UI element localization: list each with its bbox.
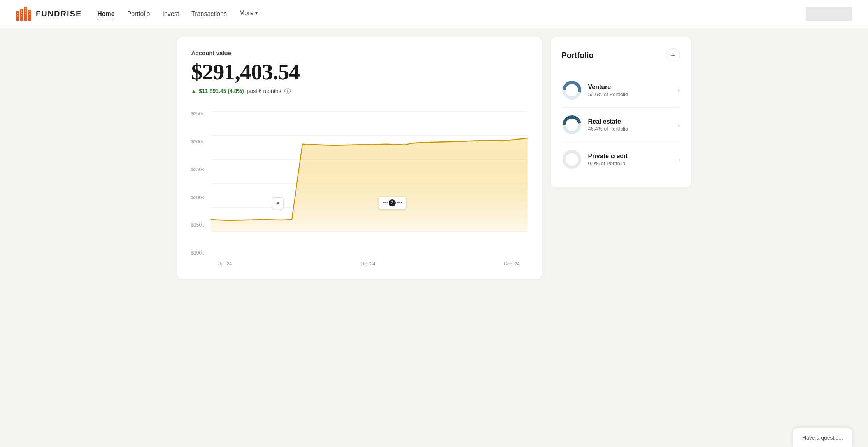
logo-icon [16,6,32,22]
svg-point-24 [564,152,580,167]
nav-right-placeholder [806,7,852,21]
venture-info: Venture 53.6% of Portfolio [588,84,672,97]
chart-card: 3M 6M YTD 1Y All time Account value $291… [177,37,542,279]
info-icon[interactable]: i [284,88,291,94]
chart-area: $350k $300k $250k $200k $150k $100k [191,111,528,267]
nav-home[interactable]: Home [97,10,114,17]
realestate-info: Real estate 46.4% of Portfolio [588,118,672,132]
svg-rect-12 [29,11,30,12]
portfolio-item-realestate[interactable]: Real estate 46.4% of Portfolio › [562,108,680,142]
account-change: ▲ $11,891.45 (4.8%) past 6 months i [191,88,528,94]
portfolio-item-privatecredit[interactable]: Private credit 0.0% of Portfolio › [562,142,680,176]
main-container: 3M 6M YTD 1Y All time Account value $291… [162,28,707,288]
y-axis-labels: $350k $300k $250k $200k $150k $100k [191,111,204,267]
venture-donut [562,80,582,100]
venture-pct: 53.6% of Portfolio [588,91,672,97]
portfolio-card: Portfolio → Venture 53.6% of Portfolio › [551,37,691,187]
x-axis-labels: Jul '24 Oct '24 Dec '24 [211,261,528,267]
y-label-100k: $100k [191,250,204,256]
marker-badge-3: 3 [389,199,396,206]
nav-invest[interactable]: Invest [162,10,179,17]
portfolio-item-venture[interactable]: Venture 53.6% of Portfolio › [562,73,680,108]
chart-svg [211,111,528,256]
privatecredit-name: Private credit [588,153,672,160]
svg-rect-7 [21,13,22,14]
change-amount: $11,891.45 (4.8%) [199,88,244,94]
chat-bubble[interactable]: Have a questio... [793,428,852,447]
privatecredit-pct: 0.0% of Portfolio [588,161,672,166]
nav-transactions-link[interactable]: Transactions [191,10,227,19]
nav-more[interactable]: More ▾ [239,10,257,18]
navbar: FUNDRISE Home Portfolio Invest Transacti… [0,0,868,28]
realestate-chevron-icon: › [678,121,680,129]
privatecredit-donut [562,149,582,169]
nav-transactions[interactable]: Transactions [191,10,227,17]
nav-portfolio[interactable]: Portfolio [127,10,150,17]
portfolio-header: Portfolio → [562,48,680,62]
svg-rect-6 [21,10,22,12]
chevron-down-icon: ▾ [255,10,258,16]
account-label: Account value [191,50,528,56]
nav-invest-link[interactable]: Invest [162,10,179,19]
svg-rect-11 [25,13,26,14]
realestate-donut [562,115,582,135]
svg-rect-8 [21,15,22,16]
marker-lines[interactable]: ≡ [272,197,284,209]
y-label-200k: $200k [191,195,204,200]
nav-more-link[interactable]: More ▾ [239,10,257,18]
nav-home-link[interactable]: Home [97,10,114,19]
account-value: $291,403.54 [191,59,528,85]
nav-portfolio-link[interactable]: Portfolio [127,10,150,19]
x-label-oct: Oct '24 [361,261,375,267]
up-arrow-icon: ▲ [191,88,196,94]
x-label-dec: Dec '24 [504,261,519,267]
realestate-pct: 46.4% of Portfolio [588,126,672,132]
marker-wave-badge[interactable]: 〜 3 〜 [378,197,406,209]
change-period: past 6 months [247,88,281,94]
svg-rect-9 [25,8,26,9]
brand-name: FUNDRISE [36,9,82,18]
y-label-300k: $300k [191,139,204,145]
x-label-jul: Jul '24 [219,261,232,267]
wave-icon: 〜 [382,199,388,206]
y-label-250k: $250k [191,167,204,172]
nav-links: Home Portfolio Invest Transactions More … [97,10,257,18]
y-label-350k: $350k [191,111,204,117]
portfolio-arrow-button[interactable]: → [666,48,680,62]
y-label-150k: $150k [191,222,204,228]
realestate-name: Real estate [588,118,672,125]
privatecredit-chevron-icon: › [678,155,680,164]
nav-right [806,7,852,21]
svg-rect-4 [17,13,18,14]
chat-label: Have a questio... [802,435,843,441]
logo[interactable]: FUNDRISE [16,6,82,22]
portfolio-title: Portfolio [562,51,594,60]
privatecredit-info: Private credit 0.0% of Portfolio [588,153,672,166]
svg-rect-10 [25,10,26,12]
venture-name: Venture [588,84,672,91]
wave-icon-2: 〜 [396,199,402,206]
venture-chevron-icon: › [678,86,680,94]
svg-rect-5 [17,15,18,16]
lines-icon: ≡ [276,200,279,206]
svg-rect-13 [29,14,30,15]
